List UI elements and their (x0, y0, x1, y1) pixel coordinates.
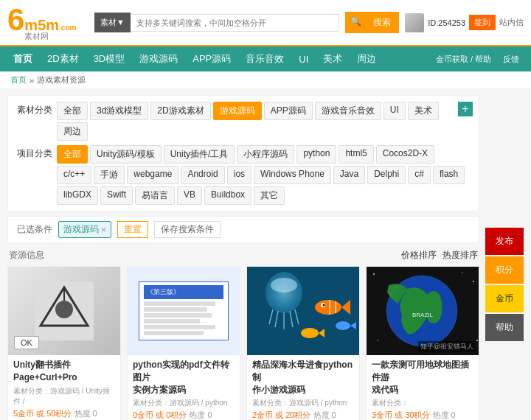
cat-tag-around[interactable]: 周边 (57, 122, 88, 141)
add-filter-button[interactable]: + (458, 102, 473, 116)
nav-feedback[interactable]: 反馈 (497, 48, 525, 71)
sign-button[interactable]: 签到 (469, 15, 496, 30)
proj-tag-swift[interactable]: Swift (100, 186, 133, 205)
proj-tag-android[interactable]: Android (181, 166, 224, 184)
cat-tag-ui[interactable]: UI (384, 102, 406, 120)
inbox-link[interactable]: 站内信 (499, 17, 524, 28)
project-label: 项目分类 (17, 145, 52, 160)
proj-tag-buildbox[interactable]: Buildbox (204, 186, 251, 205)
proj-tag-ios[interactable]: ios (227, 166, 251, 184)
nav-bar: 首页 2D素材 3D模型 游戏源码 APP源码 音乐音效 UI 美术 周边 金币… (0, 46, 531, 71)
cat-tag-3d[interactable]: 3d游戏模型 (90, 102, 148, 120)
cat-tag-all[interactable]: 全部 (57, 102, 88, 120)
logo-sub: 素材网 (24, 32, 76, 41)
proj-tag-csharp[interactable]: c# (408, 166, 431, 184)
svg-point-27 (473, 281, 474, 282)
nav-item-game-source[interactable]: 游戏源码 (132, 46, 185, 71)
resource-card-1[interactable]: OK Unity翻书插件Page+Curl+Pro 素材分类：游戏源码 / Un… (7, 266, 121, 420)
card-thumb-4: BRAZIL 知乎@祖安猎马人 (367, 267, 479, 355)
svg-point-28 (462, 272, 463, 273)
coins-button[interactable]: 金币 (485, 285, 524, 312)
search-hint-input[interactable] (131, 14, 339, 32)
proj-tag-delphi[interactable]: Delphi (367, 166, 406, 184)
card-cat-3: 素材分类：游戏源码 / python (252, 398, 354, 408)
header: 6 m5m .com 素材网 素材▼ 🔍 搜索 ID:254253 签到 站内信 (0, 0, 531, 46)
resource-grid: OK Unity翻书插件Page+Curl+Pro 素材分类：游戏源码 / Un… (7, 266, 479, 420)
search-type-button[interactable]: 素材▼ (94, 13, 131, 32)
svg-text:BRAZIL: BRAZIL (412, 312, 434, 318)
card-price-2: 0金币 或 0积分 热度 0 (133, 410, 235, 420)
svg-point-30 (377, 340, 378, 341)
save-search-button[interactable]: 保存搜索条件 (154, 221, 221, 238)
proj-tag-unity-src[interactable]: Unity源码/模板 (90, 145, 162, 164)
nav-coins-help[interactable]: 金币获取 / 帮助 (430, 48, 497, 71)
svg-point-2 (55, 301, 73, 318)
reset-button[interactable]: 重置 (117, 221, 148, 238)
proj-tag-webgame[interactable]: webgame (127, 166, 178, 184)
logo-6: 6 (7, 4, 24, 35)
proj-tag-all[interactable]: 全部 (57, 145, 88, 164)
breadcrumb: 首页 » 游戏素材资源 (0, 71, 531, 89)
selected-filters: 已选条件 游戏源码 × 重置 保存搜索条件 (7, 216, 479, 243)
proj-tag-unity-plugin[interactable]: Unity插件/工具 (164, 145, 235, 164)
nav-item-2d[interactable]: 2D素材 (40, 46, 86, 71)
proj-tag-mobile[interactable]: 手游 (94, 166, 125, 184)
proj-tag-easy-lang[interactable]: 易语言 (135, 186, 175, 205)
cat-tag-2d[interactable]: 2D游戏素材 (150, 102, 210, 120)
project-filter-row: 项目分类 全部 Unity源码/模板 Unity插件/工具 小程序源码 pyth… (17, 145, 470, 205)
cat-tag-app[interactable]: APP源码 (264, 102, 313, 120)
cat-tag-game-source[interactable]: 游戏源码 (213, 102, 262, 120)
category-tags: 全部 3d游戏模型 2D游戏素材 游戏源码 APP源码 游戏音乐音效 UI 美术… (57, 102, 470, 141)
sort-price[interactable]: 价格排序 (401, 249, 437, 262)
resource-card-2[interactable]: 《第三版》 python实现的pdf文件转图片实例方案源码 素材分类：游戏源码 … (127, 266, 240, 420)
nav-item-music[interactable]: 音乐音效 (238, 46, 291, 71)
search-area: 素材▼ 🔍 搜索 (94, 12, 399, 33)
nav-item-3d[interactable]: 3D模型 (86, 46, 133, 71)
resource-card-4[interactable]: BRAZIL 知乎@祖安猎马人 一款亲测可用地球地图插件游戏代码 素材分类： 3… (366, 266, 479, 420)
nav-item-app[interactable]: APP源码 (185, 46, 238, 71)
selected-label: 已选条件 (17, 223, 52, 236)
proj-tag-cocos[interactable]: Cocos2D-X (376, 145, 434, 164)
svg-point-6 (271, 278, 297, 293)
card-title-4: 一款亲测可用地球地图插件游戏代码 (372, 359, 473, 396)
filter-section: + 素材分类 全部 3d游戏模型 2D游戏素材 游戏源码 APP源码 游戏音乐音… (7, 95, 479, 211)
breadcrumb-home[interactable]: 首页 (10, 74, 27, 85)
right-sidebar: 发布 积分 金币 帮助 (485, 228, 524, 420)
nav-item-home[interactable]: 首页 (6, 46, 40, 71)
svg-point-18 (336, 321, 350, 330)
publish-button[interactable]: 发布 (485, 228, 524, 255)
nav-item-art[interactable]: 美术 (316, 46, 350, 71)
proj-tag-html5[interactable]: html5 (339, 145, 373, 164)
help-button[interactable]: 帮助 (485, 314, 524, 341)
category-label: 素材分类 (17, 102, 52, 116)
cat-tag-music[interactable]: 游戏音乐音效 (315, 102, 381, 120)
proj-tag-miniapp[interactable]: 小程序源码 (237, 145, 294, 164)
proj-tag-windows-phone[interactable]: Windows Phone (254, 166, 331, 184)
card-info-2: python实现的pdf文件转图片实例方案源码 素材分类：游戏源码 / pyth… (128, 355, 240, 420)
card-thumb-3 (247, 267, 359, 355)
nav-item-ui[interactable]: UI (291, 48, 316, 71)
card-price-4: 3金币 或 30积分 热度 0 (372, 410, 473, 420)
avatar (405, 13, 424, 32)
proj-tag-java[interactable]: Java (333, 166, 365, 184)
points-button[interactable]: 积分 (485, 256, 524, 284)
proj-tag-flash[interactable]: flash (433, 166, 465, 184)
proj-tag-cpp[interactable]: c/c++ (57, 166, 91, 184)
cat-tag-art[interactable]: 美术 (408, 102, 439, 120)
proj-tag-python[interactable]: python (296, 145, 336, 164)
search-button[interactable]: 搜索 (366, 13, 398, 32)
sort-hot[interactable]: 热度排序 (442, 249, 478, 262)
proj-tag-libgdx[interactable]: libGDX (57, 186, 98, 205)
svg-point-20 (301, 328, 319, 338)
svg-point-15 (323, 304, 325, 307)
resource-card-3[interactable]: 精品深海水母进食python制作小游戏源码 素材分类：游戏源码 / python… (246, 266, 360, 420)
card-info-1: Unity翻书插件Page+Curl+Pro 素材分类：游戏源码 / Unity… (8, 355, 120, 420)
svg-point-26 (373, 273, 375, 275)
proj-tag-other[interactable]: 其它 (254, 186, 285, 205)
nav-item-around[interactable]: 周边 (350, 46, 384, 71)
selected-tag-close[interactable]: × (101, 225, 106, 235)
card-cat-4: 素材分类： (372, 398, 473, 408)
card-info-4: 一款亲测可用地球地图插件游戏代码 素材分类： 3金币 或 30积分 热度 0 (367, 355, 479, 420)
proj-tag-vb[interactable]: VB (177, 186, 202, 205)
breadcrumb-current: 游戏素材资源 (37, 74, 86, 85)
